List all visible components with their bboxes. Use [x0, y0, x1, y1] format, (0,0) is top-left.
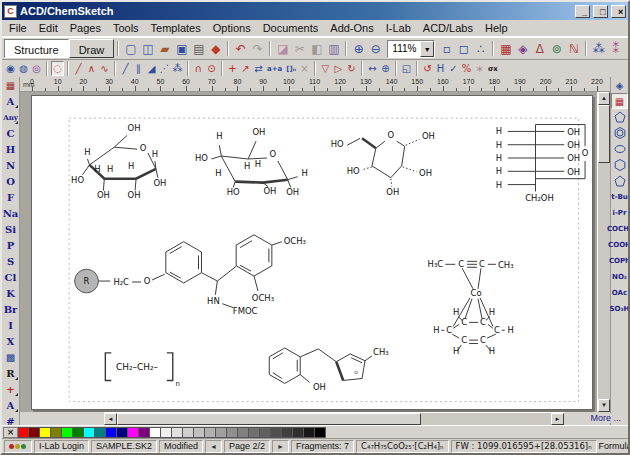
- element-button-i[interactable]: I: [2, 317, 19, 333]
- element-button-c[interactable]: C: [2, 125, 19, 141]
- flip-left-right-icon[interactable]: ▷: [332, 61, 345, 76]
- element-button-h[interactable]: H: [2, 141, 19, 157]
- undo-icon[interactable]: ↶: [232, 40, 249, 57]
- close-document-button[interactable]: ×: [624, 42, 630, 56]
- chain-bond-icon[interactable]: ⁂: [171, 61, 184, 76]
- 3d-rotation-icon[interactable]: ◍: [17, 61, 30, 76]
- color-swatch-14[interactable]: [172, 427, 183, 438]
- paste-icon[interactable]: ▥: [325, 40, 342, 57]
- structure-phenol-cyclopentene[interactable]: OH CH₃ o: [269, 347, 388, 392]
- vertical-scroll-track[interactable]: [598, 163, 610, 399]
- template-benzene[interactable]: [611, 125, 628, 141]
- color-swatch-27[interactable]: [315, 427, 326, 438]
- element-button-n[interactable]: N: [2, 157, 19, 173]
- close-button[interactable]: ×: [611, 5, 626, 18]
- element-button-p[interactable]: P: [2, 237, 19, 253]
- color-swatch-9[interactable]: [117, 427, 128, 438]
- structure-pyranose-chair-1[interactable]: OH O H HO OH OH OH H H H H: [71, 123, 166, 200]
- color-swatch-18[interactable]: [216, 427, 227, 438]
- open-file-icon[interactable]: ▰: [156, 40, 173, 57]
- color-swatch-2[interactable]: [40, 427, 51, 438]
- previous-page-button[interactable]: ◄: [205, 440, 222, 453]
- horizontal-scrollbar[interactable]: ◄ ►: [104, 412, 564, 425]
- scroll-right-button[interactable]: ►: [551, 413, 564, 425]
- element-button-o[interactable]: O: [2, 173, 19, 189]
- next-page-button[interactable]: ►: [272, 440, 289, 453]
- template-cyclopentane-2[interactable]: [611, 173, 628, 189]
- color-swatch-11[interactable]: [139, 427, 150, 438]
- radical-tool-button[interactable]: R: [2, 365, 19, 381]
- menu-acd-labs[interactable]: ACD/Labs: [417, 20, 479, 36]
- 3d-optimization-icon[interactable]: ⁂: [590, 40, 607, 57]
- zoom-tool-icon[interactable]: ◉: [4, 61, 17, 76]
- color-swatch-4[interactable]: [62, 427, 73, 438]
- isotope-button[interactable]: #: [2, 413, 19, 429]
- template-i-pr[interactable]: i-Pr: [611, 205, 628, 221]
- table-of-templates-button[interactable]: ▦: [611, 93, 628, 109]
- horizontal-scroll-thumb[interactable]: [117, 413, 421, 425]
- structure-fischer-projection[interactable]: H H H H H OH OH OH OH O CH₂OH: [496, 125, 589, 204]
- element-button-s[interactable]: S: [2, 253, 19, 269]
- tautomers-icon[interactable]: ↺: [421, 61, 434, 76]
- menu-i-lab[interactable]: I-Lab: [380, 20, 417, 36]
- template-cyclohexane-chair[interactable]: [611, 141, 628, 157]
- structure-mode-button[interactable]: Structure: [4, 39, 69, 58]
- move-tool-icon[interactable]: ⊕: [379, 61, 392, 76]
- edit-window-icon[interactable]: ◱: [400, 61, 413, 76]
- color-swatch-10[interactable]: [128, 427, 139, 438]
- template-oac[interactable]: OAc: [611, 285, 628, 301]
- charge-button[interactable]: +: [2, 381, 19, 397]
- generate-name-icon[interactable]: ℕ: [565, 40, 582, 57]
- element-button-x[interactable]: X: [2, 333, 19, 349]
- export-pdf-icon[interactable]: ◆: [207, 40, 224, 57]
- reaction-arrow-icon[interactable]: ↗: [239, 61, 252, 76]
- scroll-up-button[interactable]: ▲: [598, 92, 610, 105]
- periodic-table-button[interactable]: ▦: [2, 77, 19, 93]
- maximize-button[interactable]: □: [593, 5, 608, 18]
- template-coph[interactable]: COPh: [611, 253, 628, 269]
- color-swatch-12[interactable]: [150, 427, 161, 438]
- alias-table-icon[interactable]: a+a: [265, 61, 284, 76]
- color-swatch-0[interactable]: [18, 427, 29, 438]
- document-page[interactable]: OH O H HO OH OH OH H H H H: [31, 95, 593, 410]
- any-atom-button[interactable]: Any: [2, 109, 19, 125]
- open-recent-icon[interactable]: ◫: [139, 40, 156, 57]
- structure-polyethylene[interactable]: CH₂–CH₂– n: [105, 353, 180, 388]
- save-icon[interactable]: ▣: [173, 40, 190, 57]
- element-button-k[interactable]: K: [2, 285, 19, 301]
- sigma-properties-icon[interactable]: σx: [486, 61, 500, 76]
- structure-rink-linker[interactable]: R H₂C O OCH₃ OCH₃ HN FMOC: [75, 235, 306, 316]
- abc-table-button[interactable]: ▩: [2, 349, 19, 365]
- color-swatch-17[interactable]: [205, 427, 216, 438]
- 3d-viewer-icon[interactable]: ⁑: [607, 40, 624, 57]
- vertical-scrollbar[interactable]: ▲ ▼: [597, 92, 610, 412]
- paste-objects-icon[interactable]: ∴: [472, 40, 489, 57]
- copy-page-icon[interactable]: ▫: [438, 40, 455, 57]
- horizontal-scroll-track[interactable]: [421, 413, 551, 425]
- minimize-button[interactable]: _: [575, 5, 590, 18]
- new-document-icon[interactable]: ▢: [122, 40, 139, 57]
- color-swatch-24[interactable]: [282, 427, 293, 438]
- atom-properties-button[interactable]: A: [2, 397, 19, 413]
- menu-file[interactable]: File: [3, 20, 33, 36]
- zoom-out-icon[interactable]: ⊖: [367, 40, 384, 57]
- single-bond-icon[interactable]: ╱: [119, 61, 132, 76]
- add-hydrogens-icon[interactable]: H: [434, 61, 447, 76]
- element-button-na[interactable]: Na: [2, 205, 19, 221]
- erase-icon[interactable]: ◪: [274, 40, 291, 57]
- chevron-down-icon[interactable]: ▼: [420, 41, 434, 57]
- color-swatch-19[interactable]: [227, 427, 238, 438]
- color-swatch-15[interactable]: [183, 427, 194, 438]
- element-button-si[interactable]: Si: [2, 221, 19, 237]
- structure-cobalt-complex[interactable]: H₃C C C CH₃ Co C C C C C C: [428, 259, 514, 356]
- color-swatch-7[interactable]: [95, 427, 106, 438]
- color-swatch-20[interactable]: [238, 427, 249, 438]
- resize-tool-icon[interactable]: ↔: [366, 61, 379, 76]
- element-button-f[interactable]: F: [2, 189, 19, 205]
- menu-help[interactable]: Help: [479, 20, 514, 36]
- arc-tool-icon[interactable]: ⊙: [205, 61, 218, 76]
- element-button-cl[interactable]: Cl: [2, 269, 19, 285]
- color-swatch-3[interactable]: [51, 427, 62, 438]
- color-swatch-1[interactable]: [29, 427, 40, 438]
- hash-bond-icon[interactable]: ⋰: [158, 61, 171, 76]
